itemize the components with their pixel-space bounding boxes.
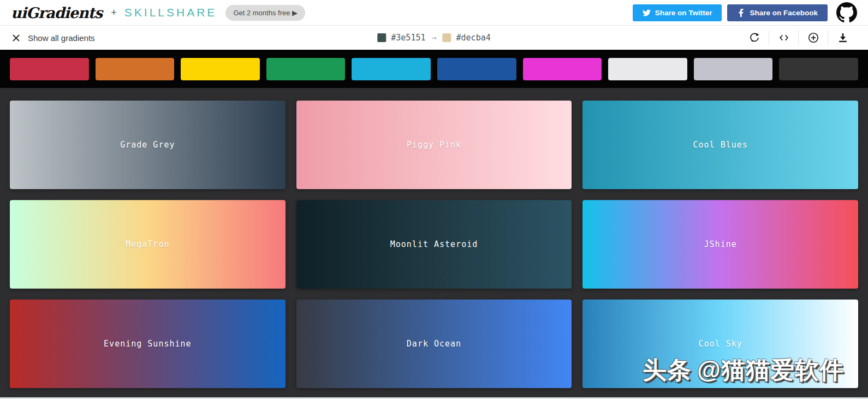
gradient-name: Grade Grey [120,140,175,150]
gradient-card[interactable]: Grade Grey [10,101,286,189]
color-filter-black[interactable] [779,58,858,80]
color-filter-blue[interactable] [352,58,431,80]
top-header: uiGradients + SKILLSHARE Get 2 months fr… [0,0,868,26]
plus-circle-icon [807,32,819,44]
twitter-icon [643,9,651,17]
to-color-swatch [443,33,451,42]
gradient-name: JShine [704,239,737,249]
color-filter-green[interactable] [266,58,346,80]
color-filter-orange[interactable] [96,58,175,80]
skillshare-logo[interactable]: SKILLSHARE [124,6,217,19]
refresh-icon [748,32,760,44]
from-hex-label: #3e5151 [391,33,425,43]
color-filter-red[interactable] [10,58,89,80]
show-all-gradients-label: Show all gradients [28,33,95,43]
download-icon [837,32,849,44]
share-facebook-label: Share on Facebook [750,9,818,17]
watermark-handle: @猫猫爱软件 [697,356,844,383]
gradient-name: MegaTron [126,239,169,249]
gradient-name: Evening Sunshine [104,339,192,349]
watermark-prefix: 头条 [643,356,692,383]
code-icon [778,32,790,44]
gradient-card[interactable]: Piggy Pink [296,101,572,189]
arrow-right-icon: → [430,33,437,43]
gradient-card[interactable]: MegaTron [10,200,286,289]
share-facebook-button[interactable]: Share on Facebook [727,4,828,21]
plus-separator: + [111,7,117,19]
color-filter-yellow[interactable] [181,58,260,80]
get-code-button[interactable] [769,30,798,46]
watermark: 头条@猫猫爱软件 [643,354,844,386]
toolbar: Show all gradients #3e5151 → #decba4 [0,26,868,50]
github-icon [836,2,857,23]
gradient-name: Dark Ocean [407,339,461,349]
add-gradient-button[interactable] [799,30,828,46]
color-filter-pink[interactable] [523,58,602,80]
close-icon [11,33,21,43]
random-gradient-button[interactable] [740,30,769,46]
promo-button[interactable]: Get 2 months free ▶ [225,5,305,21]
color-filter-white[interactable] [608,58,687,80]
share-twitter-label: Share on Twitter [655,9,712,17]
gradient-card[interactable]: Cool Blues [582,101,858,189]
uigradients-logo[interactable]: uiGradients [11,4,102,21]
color-filter-grey[interactable] [694,58,773,80]
gradient-card[interactable]: Moonlit Asteroid [296,200,572,289]
gradient-grid: Grade GreyPiggy PinkCool BluesMegaTronMo… [0,88,868,397]
share-twitter-button[interactable]: Share on Twitter [633,4,722,21]
github-link[interactable] [836,2,857,23]
current-gradient-hex: #3e5151 → #decba4 [377,33,490,43]
from-color-swatch [377,33,386,42]
to-hex-label: #decba4 [456,33,491,43]
color-filter-dark-blue[interactable] [437,58,516,80]
gradient-name: Cool Sky [699,339,742,349]
gradient-name: Moonlit Asteroid [390,239,478,249]
header-actions: Share on Twitter Share on Facebook [633,2,857,23]
toolbar-actions [740,30,857,46]
download-button[interactable] [828,30,857,46]
color-filter-strip [0,50,868,88]
gradient-card[interactable]: JShine [582,200,858,289]
gradient-card[interactable]: Evening Sunshine [10,300,286,388]
gradient-card[interactable]: Dark Ocean [296,300,572,388]
gradient-name: Piggy Pink [407,140,461,150]
show-all-gradients-button[interactable]: Show all gradients [11,33,95,43]
facebook-icon [737,9,745,17]
gradient-name: Cool Blues [693,140,748,150]
